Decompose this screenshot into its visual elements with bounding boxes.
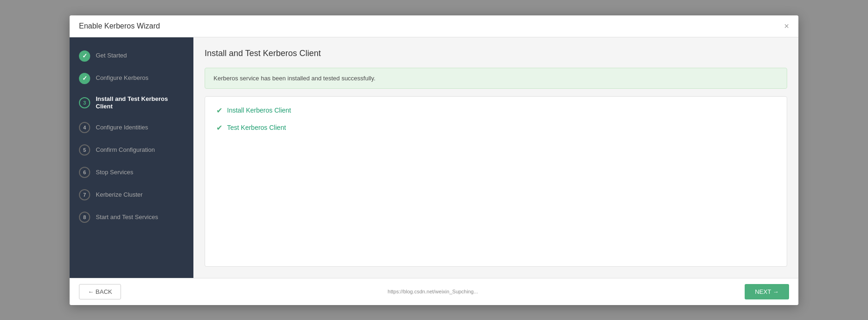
steps-card: ✔Install Kerberos Client✔Test Kerberos C… xyxy=(205,96,787,267)
sidebar-item-label-2: Configure Kerberos xyxy=(96,74,149,82)
step-badge-4: 4 xyxy=(79,122,90,133)
back-button[interactable]: ← BACK xyxy=(79,284,121,299)
sidebar-item-label-3: Install and Test Kerberos Client xyxy=(96,95,184,111)
close-button[interactable]: × xyxy=(784,22,789,30)
modal-overlay: Enable Kerberos Wizard × ✓Get Started✓Co… xyxy=(0,0,868,320)
sidebar-item-3[interactable]: 3Install and Test Kerberos Client xyxy=(70,90,193,117)
sidebar-item-1[interactable]: ✓Get Started xyxy=(70,45,193,67)
modal-title: Enable Kerberos Wizard xyxy=(79,22,160,30)
modal-footer: ← BACK https://blog.csdn.net/weixin_Supc… xyxy=(70,278,798,305)
step-row-2: ✔Test Kerberos Client xyxy=(216,123,776,132)
check-mark: ✓ xyxy=(82,75,87,82)
step-label-2: Test Kerberos Client xyxy=(227,124,286,131)
step-badge-1: ✓ xyxy=(79,50,90,62)
step-row-1: ✔Install Kerberos Client xyxy=(216,106,776,115)
footer-hint: https://blog.csdn.net/weixin_Supching... xyxy=(388,289,478,294)
modal-body: ✓Get Started✓Configure Kerberos3Install … xyxy=(70,37,798,278)
sidebar-item-4[interactable]: 4Configure Identities xyxy=(70,116,193,139)
content-area: Install and Test Kerberos Client Kerbero… xyxy=(193,37,798,278)
next-button[interactable]: NEXT → xyxy=(745,284,789,299)
step-check-icon-1: ✔ xyxy=(216,106,222,115)
content-title: Install and Test Kerberos Client xyxy=(205,49,787,58)
step-check-icon-2: ✔ xyxy=(216,123,222,132)
step-badge-5: 5 xyxy=(79,144,90,156)
sidebar-item-label-1: Get Started xyxy=(96,52,127,60)
step-badge-2: ✓ xyxy=(79,73,90,84)
step-badge-6: 6 xyxy=(79,167,90,178)
sidebar-item-5[interactable]: 5Confirm Configuration xyxy=(70,139,193,161)
sidebar: ✓Get Started✓Configure Kerberos3Install … xyxy=(70,37,193,278)
sidebar-item-6[interactable]: 6Stop Services xyxy=(70,161,193,184)
modal: Enable Kerberos Wizard × ✓Get Started✓Co… xyxy=(70,15,798,305)
success-banner: Kerberos service has been installed and … xyxy=(205,68,787,89)
sidebar-item-8[interactable]: 8Start and Test Services xyxy=(70,206,193,228)
modal-header: Enable Kerberos Wizard × xyxy=(70,15,798,37)
step-badge-7: 7 xyxy=(79,189,90,200)
sidebar-item-label-6: Stop Services xyxy=(96,169,133,177)
sidebar-item-label-5: Confirm Configuration xyxy=(96,146,155,154)
sidebar-item-label-7: Kerberize Cluster xyxy=(96,191,142,199)
check-mark: ✓ xyxy=(82,52,87,59)
step-label-1: Install Kerberos Client xyxy=(227,107,291,114)
sidebar-item-7[interactable]: 7Kerberize Cluster xyxy=(70,184,193,206)
sidebar-item-label-4: Configure Identities xyxy=(96,124,148,132)
step-badge-3: 3 xyxy=(79,97,90,108)
step-badge-8: 8 xyxy=(79,212,90,223)
sidebar-item-2[interactable]: ✓Configure Kerberos xyxy=(70,67,193,90)
sidebar-item-label-8: Start and Test Services xyxy=(96,213,158,221)
